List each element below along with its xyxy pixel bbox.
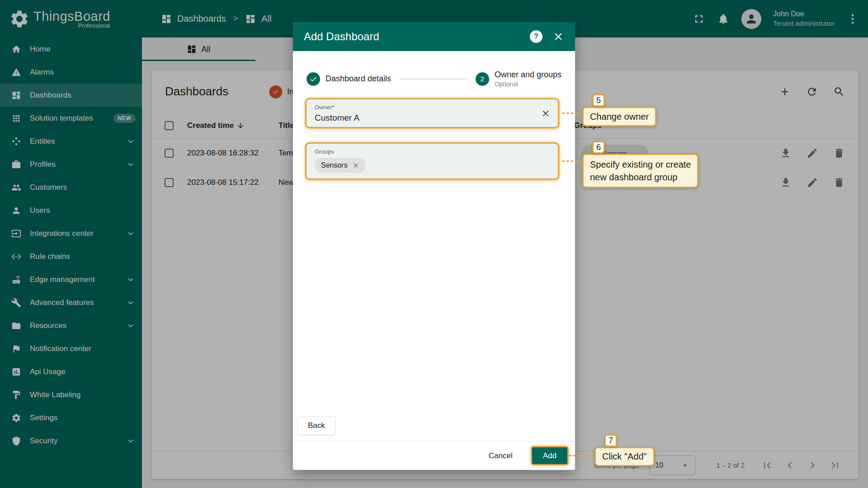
annotation-callout-specify-group: Specify existing or create new dashboard… (582, 154, 698, 188)
step1-check-icon (307, 72, 320, 86)
step2-optional-hint: Optional (495, 80, 561, 88)
annotation-step-number: 5 (592, 94, 605, 107)
dialog-footer: Cancel Add (293, 441, 575, 470)
annotation-step-number: 7 (604, 434, 617, 447)
help-icon[interactable]: ? (530, 30, 542, 43)
cancel-button[interactable]: Cancel (484, 448, 517, 464)
step2-number: 2 (476, 72, 489, 86)
groups-field[interactable]: Groups Sensors (305, 142, 559, 180)
chip-label: Sensors (321, 161, 348, 169)
annotation-connector (569, 455, 594, 456)
remove-chip-icon[interactable] (352, 162, 359, 169)
annotation-text: Specify existing or create (590, 158, 691, 171)
add-dashboard-dialog: Add Dashboard ? Dashboard details 2 Owne… (293, 22, 575, 470)
sensors-group-chip: Sensors (315, 158, 366, 173)
annotation-connector (562, 113, 582, 114)
back-button[interactable]: Back (297, 416, 335, 435)
annotation-text: new dashboard group (590, 171, 691, 183)
owner-field-label: Owner* (315, 104, 550, 111)
step-connector (399, 79, 467, 80)
step1-label[interactable]: Dashboard details (326, 74, 391, 84)
dialog-header: Add Dashboard ? (293, 22, 575, 51)
clear-owner-icon[interactable] (541, 108, 551, 118)
dialog-title: Add Dashboard (304, 30, 530, 43)
annotation-text: Click "Add" (602, 451, 647, 462)
dialog-stepper: Dashboard details 2 Owner and groups Opt… (307, 70, 561, 88)
annotation-text: Change owner (590, 112, 649, 122)
close-icon[interactable] (552, 31, 564, 42)
step2-label[interactable]: Owner and groups (495, 70, 561, 80)
groups-field-label: Groups (315, 148, 550, 155)
annotation-callout-change-owner: Change owner (582, 107, 656, 127)
annotation-connector (562, 160, 582, 162)
annotation-callout-click-add: Click "Add" (594, 447, 655, 466)
owner-field[interactable]: Owner* Customer A (305, 98, 559, 128)
owner-field-value: Customer A (315, 113, 550, 123)
add-button[interactable]: Add (531, 446, 569, 465)
annotation-step-number: 6 (592, 141, 605, 154)
